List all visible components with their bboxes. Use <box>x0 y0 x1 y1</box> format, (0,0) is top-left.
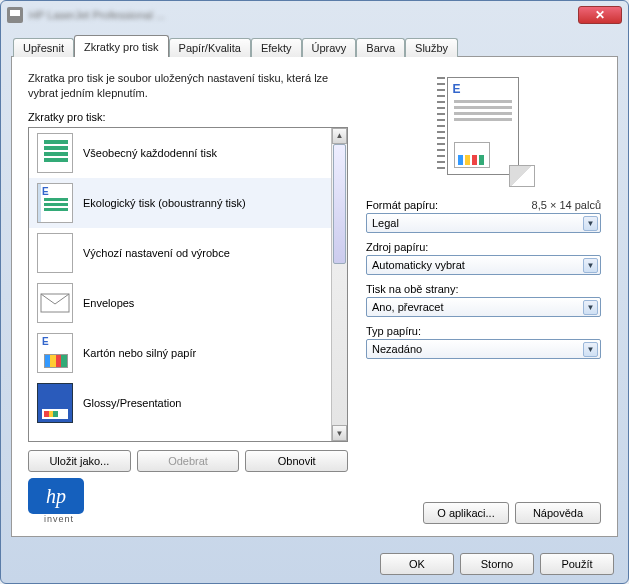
left-column: Zkratka pro tisk je soubor uložených nas… <box>28 71 348 472</box>
tab-services[interactable]: Služby <box>405 38 458 57</box>
window-title: HP LaserJet Professional ... <box>29 9 578 21</box>
field-paper-source: Zdroj papíru: Automaticky vybrat ▼ <box>366 241 601 275</box>
shortcut-icon-cardstock <box>37 333 73 373</box>
scroll-thumb[interactable] <box>333 144 346 264</box>
list-item-label: Envelopes <box>83 297 134 309</box>
tab-paper-quality[interactable]: Papír/Kvalita <box>169 38 251 57</box>
content-area: Upřesnit Zkratky pro tisk Papír/Kvalita … <box>11 33 618 537</box>
paper-type-combo[interactable]: Nezadáno ▼ <box>366 339 601 359</box>
list-item[interactable]: Envelopes <box>29 278 331 328</box>
tab-printing-shortcuts[interactable]: Zkratky pro tisk <box>74 35 169 57</box>
shortcut-buttons-row: Uložit jako... Odebrat Obnovit <box>28 450 348 472</box>
hp-logo: hp <box>28 478 84 514</box>
logo-row: hp invent O aplikaci... Nápověda <box>28 478 601 524</box>
intro-text: Zkratka pro tisk je soubor uložených nas… <box>28 71 348 101</box>
combo-value: Ano, převracet <box>372 301 444 313</box>
tab-finishing[interactable]: Úpravy <box>302 38 357 57</box>
delete-button: Odebrat <box>137 450 240 472</box>
list-item[interactable]: Glossy/Presentation <box>29 378 331 428</box>
combo-value: Automaticky vybrat <box>372 259 465 271</box>
preview-page: E <box>447 77 519 175</box>
duplex-combo[interactable]: Ano, převracet ▼ <box>366 297 601 317</box>
scroll-down-button[interactable]: ▼ <box>332 425 347 441</box>
preview-chart-icon <box>454 142 490 168</box>
list-item-label: Ekologický tisk (oboustranný tisk) <box>83 197 246 209</box>
paper-source-combo[interactable]: Automaticky vybrat ▼ <box>366 255 601 275</box>
panel-bottom-buttons: O aplikaci... Nápověda <box>423 502 601 524</box>
help-button[interactable]: Nápověda <box>515 502 601 524</box>
shortcut-icon-eco <box>37 183 73 223</box>
right-column: E Formát papíru: 8,5 × 14 palců Legal <box>366 71 601 472</box>
scroll-track[interactable] <box>332 144 347 425</box>
scroll-up-button[interactable]: ▲ <box>332 128 347 144</box>
chevron-down-icon: ▼ <box>583 258 598 273</box>
columns: Zkratka pro tisk je soubor uložených nas… <box>28 71 601 472</box>
field-duplex: Tisk na obě strany: Ano, převracet ▼ <box>366 283 601 317</box>
field-hint: 8,5 × 14 palců <box>532 199 601 211</box>
tab-panel: Zkratka pro tisk je soubor uložených nas… <box>11 56 618 537</box>
list-item-label: Kartón nebo silný papír <box>83 347 196 359</box>
shortcut-icon-general <box>37 133 73 173</box>
logo-text: hp <box>46 485 66 508</box>
tab-label: Papír/Kvalita <box>179 42 241 54</box>
list-item[interactable]: Ekologický tisk (oboustranný tisk) <box>29 178 331 228</box>
apply-button[interactable]: Použít <box>540 553 614 575</box>
cancel-button[interactable]: Storno <box>460 553 534 575</box>
field-label: Tisk na obě strany: <box>366 283 459 295</box>
chevron-down-icon: ▼ <box>583 216 598 231</box>
close-button[interactable]: ✕ <box>578 6 622 24</box>
list-item[interactable]: Kartón nebo silný papír <box>29 328 331 378</box>
tab-label: Upřesnit <box>23 42 64 54</box>
field-label: Typ papíru: <box>366 325 421 337</box>
spiral-binding-icon <box>437 77 445 173</box>
ok-button[interactable]: OK <box>380 553 454 575</box>
combo-value: Nezadáno <box>372 343 422 355</box>
shortcut-icon-glossy <box>37 383 73 423</box>
about-button[interactable]: O aplikaci... <box>423 502 509 524</box>
dialog-footer: OK Storno Použít <box>1 545 628 583</box>
chevron-down-icon: ▼ <box>583 300 598 315</box>
field-paper-type: Typ papíru: Nezadáno ▼ <box>366 325 601 359</box>
list-item[interactable]: Výchozí nastavení od výrobce <box>29 228 331 278</box>
reset-button[interactable]: Obnovit <box>245 450 348 472</box>
list-item-label: Glossy/Presentation <box>83 397 181 409</box>
shortcuts-listbox[interactable]: Všeobecný každodenní tisk Ekologický tis… <box>28 127 348 442</box>
field-label: Formát papíru: <box>366 199 438 211</box>
close-icon: ✕ <box>595 8 605 22</box>
paper-size-combo[interactable]: Legal ▼ <box>366 213 601 233</box>
hp-tagline: invent <box>44 514 74 524</box>
save-as-button[interactable]: Uložit jako... <box>28 450 131 472</box>
shortcuts-label: Zkratky pro tisk: <box>28 111 348 123</box>
shortcuts-items: Všeobecný každodenní tisk Ekologický tis… <box>29 128 331 441</box>
tab-strip: Upřesnit Zkratky pro tisk Papír/Kvalita … <box>11 33 618 57</box>
chevron-down-icon: ▼ <box>583 342 598 357</box>
list-item-label: Výchozí nastavení od výrobce <box>83 247 230 259</box>
tab-color[interactable]: Barva <box>356 38 405 57</box>
combo-value: Legal <box>372 217 399 229</box>
list-item-label: Všeobecný každodenní tisk <box>83 147 217 159</box>
tab-label: Efekty <box>261 42 292 54</box>
scrollbar[interactable]: ▲ ▼ <box>331 128 347 441</box>
field-paper-size: Formát papíru: 8,5 × 14 palců Legal ▼ <box>366 199 601 233</box>
page-fold-icon <box>509 165 535 187</box>
list-item[interactable]: Všeobecný každodenní tisk <box>29 128 331 178</box>
tab-label: Zkratky pro tisk <box>84 41 159 53</box>
tab-advanced[interactable]: Upřesnit <box>13 38 74 57</box>
tab-label: Úpravy <box>312 42 347 54</box>
tab-label: Barva <box>366 42 395 54</box>
tab-label: Služby <box>415 42 448 54</box>
print-properties-window: HP LaserJet Professional ... ✕ Upřesnit … <box>0 0 629 584</box>
tab-effects[interactable]: Efekty <box>251 38 302 57</box>
shortcut-icon-blank <box>37 233 73 273</box>
eco-mark-icon: E <box>453 82 461 96</box>
field-label: Zdroj papíru: <box>366 241 428 253</box>
titlebar: HP LaserJet Professional ... ✕ <box>1 1 628 29</box>
page-preview: E <box>429 71 539 191</box>
preview-lines <box>454 100 512 103</box>
shortcut-icon-envelope <box>37 283 73 323</box>
printer-icon <box>7 7 23 23</box>
